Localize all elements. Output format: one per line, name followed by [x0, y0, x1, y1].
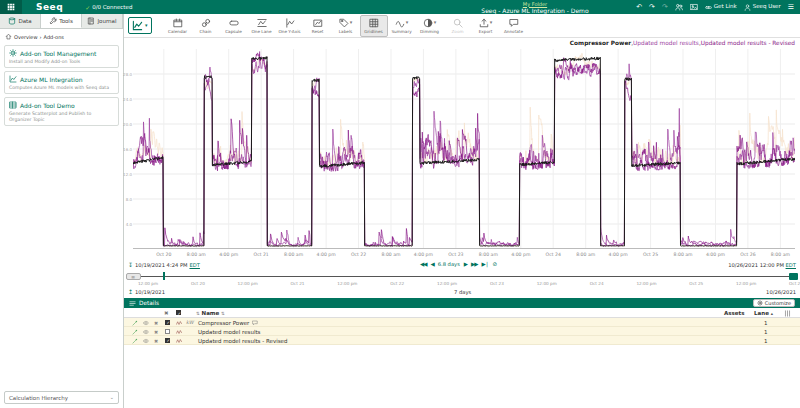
column-header-name[interactable]: ⇅ Name ⇅: [196, 310, 225, 316]
tab-journal[interactable]: Journal: [82, 14, 123, 28]
slider-track[interactable]: [126, 276, 798, 278]
remove-icon[interactable]: ✖: [154, 320, 158, 326]
legend-item[interactable]: Updated model results: [633, 40, 699, 49]
customize-button[interactable]: Customize: [753, 299, 795, 307]
display-range-start-marker[interactable]: [163, 272, 165, 280]
investigate-range-duration[interactable]: 7 days: [454, 289, 471, 295]
labels-button[interactable]: ▾Labels: [332, 15, 360, 37]
hamburger-menu-icon[interactable]: ☰: [788, 4, 794, 11]
eye-icon: [143, 329, 149, 335]
summary-button[interactable]: ▾Summary: [388, 15, 416, 37]
range-anchor-up-icon[interactable]: ↥: [128, 289, 133, 295]
row-checkbox[interactable]: [165, 320, 170, 326]
chain-button[interactable]: Chain: [192, 15, 220, 37]
column-header-assets[interactable]: Assets: [724, 310, 744, 316]
remove-icon[interactable]: ✖: [154, 338, 158, 344]
slider-right-handle[interactable]: [789, 273, 798, 280]
display-range-end[interactable]: 10/26/2021 12:00 PM EDT: [728, 262, 796, 268]
details-row[interactable]: ✖kWCompressor Power1: [124, 318, 800, 327]
reset-button[interactable]: Reset: [304, 15, 332, 37]
calendar-button[interactable]: Calendar: [164, 15, 192, 37]
pan-forward-icon[interactable]: ▶: [464, 261, 467, 267]
x-axis-tick-label: 4:00 pm: [316, 252, 335, 257]
step-forward-icon[interactable]: ▶▶: [471, 261, 477, 267]
toolbar-button-label: Annotate: [504, 29, 523, 34]
details-row[interactable]: ✖Updated model results - Revised1: [124, 336, 800, 345]
details-row[interactable]: ✖Updated model results1: [124, 327, 800, 336]
pan-back-icon[interactable]: ◀: [430, 261, 433, 267]
connection-status[interactable]: ✓ 0/0 Connected: [85, 4, 132, 11]
row-checkbox[interactable]: [165, 329, 170, 335]
waffle-icon: [6, 2, 16, 12]
one-lane-button[interactable]: One Lane: [248, 15, 276, 37]
eye-icon[interactable]: [143, 338, 149, 344]
tool-description: Computes Azure ML models with Seeq data: [9, 85, 114, 91]
sidebar-spacer: [0, 126, 123, 387]
one-y-axis-button[interactable]: One Y-Axis: [276, 15, 304, 37]
investigate-range-slider[interactable]: [124, 272, 800, 280]
display-range-start-value[interactable]: 10/19/2021 4:24 PM: [135, 262, 187, 268]
my-folder-link[interactable]: My Folder: [435, 2, 635, 7]
labels-icon: [339, 18, 349, 28]
export-button[interactable]: ▾Export: [472, 15, 500, 37]
redo-all-icon[interactable]: ↷: [662, 4, 668, 11]
seeq-logo[interactable]: Seeq: [36, 2, 63, 12]
eye-icon[interactable]: [143, 320, 149, 326]
tab-tools[interactable]: Tools: [41, 14, 82, 28]
user-menu[interactable]: Seeq User: [744, 4, 781, 11]
display-range-end-value[interactable]: 10/26/2021 12:00 PM: [728, 262, 784, 268]
select-all-checkbox[interactable]: [176, 310, 181, 316]
app-switcher-waffle-icon[interactable]: [0, 0, 22, 14]
addon-tool-card[interactable]: Azure ML IntegrationComputes Azure ML mo…: [4, 71, 119, 94]
comment-icon: [252, 320, 258, 326]
breadcrumb[interactable]: Overview › Add-ons: [0, 29, 123, 42]
get-link-button[interactable]: Get Link: [705, 4, 737, 11]
tab-data[interactable]: Data: [0, 14, 41, 28]
column-header-lane[interactable]: Lane ▴: [754, 310, 773, 316]
undo-icon[interactable]: ↶: [636, 4, 642, 11]
addon-tool-card[interactable]: Add-on Tool ManagementInstall and Modify…: [4, 45, 119, 68]
toolbar-button-label: Dimming: [420, 29, 439, 34]
investigate-range-start-value[interactable]: 10/19/2021: [135, 289, 165, 295]
row-lane: 1: [764, 338, 768, 344]
row-name[interactable]: Updated model results: [198, 329, 260, 335]
presentation-icon[interactable]: [690, 3, 698, 11]
display-range-duration[interactable]: 6.8 days: [438, 261, 460, 267]
eye-icon[interactable]: [143, 329, 149, 335]
x-axis-tick-label: 8:00 am: [284, 252, 303, 257]
row-checkbox[interactable]: [165, 338, 170, 344]
display-range-start[interactable]: ↧ 10/19/2021 4:24 PM EDT: [128, 262, 200, 268]
comment-icon[interactable]: [252, 320, 258, 326]
addon-tool-card[interactable]: Add-on Tool DemoGenerate Scatterplot and…: [4, 97, 119, 126]
step-back-icon[interactable]: ◀◀: [420, 261, 426, 267]
row-name[interactable]: Updated model results - Revised: [198, 338, 287, 344]
remove-icon[interactable]: ✖: [154, 329, 158, 335]
capsule-button[interactable]: Capsule: [220, 15, 248, 37]
tool-description: Install and Modify Add-on Tools: [9, 59, 114, 65]
timezone-link[interactable]: EDT: [786, 262, 796, 268]
lane-columns-icon[interactable]: [784, 310, 791, 317]
x-axis-tick-label: Oct 20: [156, 252, 171, 257]
trend-chart[interactable]: 4.08.012.016.020.024.028.0: [124, 49, 800, 249]
toolbar-button-label: One Lane: [252, 29, 272, 34]
legend-item[interactable]: Updated model results - Revised: [701, 40, 795, 49]
legend-item[interactable]: Compressor Power: [570, 40, 631, 49]
range-start-anchor-icon[interactable]: ↧: [128, 262, 133, 268]
auto-update-icon[interactable]: ⊘: [492, 261, 496, 267]
annotate-button[interactable]: Annotate: [500, 15, 528, 37]
go-to-now-icon[interactable]: ▶❘: [482, 261, 489, 267]
dimming-button[interactable]: ▾Dimming: [416, 15, 444, 37]
remove-all-icon[interactable]: ✖: [164, 310, 169, 316]
timezone-link[interactable]: EDT: [189, 262, 199, 268]
row-name[interactable]: Compressor Power: [198, 320, 249, 326]
redo-icon[interactable]: ↷: [649, 4, 655, 11]
calculation-hierarchy-select[interactable]: Calculation Hierarchy ⌄: [4, 391, 119, 404]
investigate-range-start[interactable]: ↥ 10/19/2021: [128, 289, 165, 295]
gridlines-button[interactable]: Gridlines: [360, 15, 388, 37]
breadcrumb-root[interactable]: Overview: [14, 34, 38, 40]
view-selector-button[interactable]: ▾: [128, 17, 152, 34]
investigate-range-end-value[interactable]: 10/26/2021: [766, 289, 796, 295]
slider-left-handle[interactable]: [126, 273, 141, 280]
trend-plot-area[interactable]: [133, 49, 795, 249]
users-icon[interactable]: [675, 3, 683, 11]
